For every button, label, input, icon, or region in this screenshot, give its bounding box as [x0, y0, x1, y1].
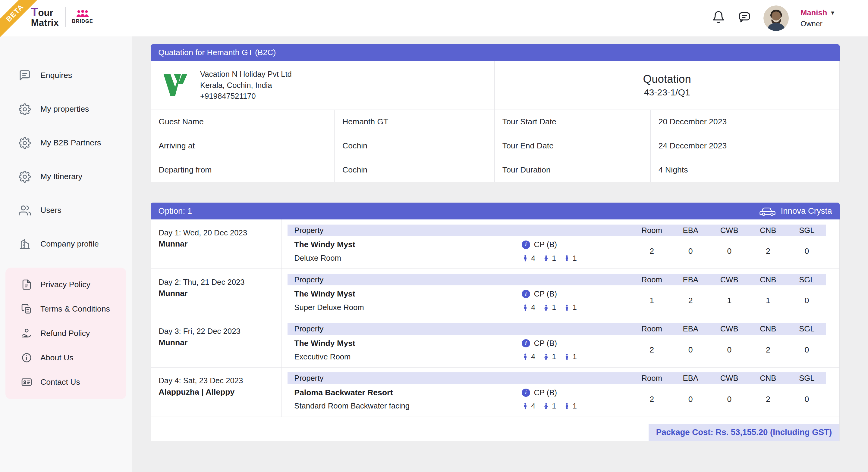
col-room: Room: [632, 226, 671, 235]
sidebar-item-company-profile[interactable]: Company profile: [0, 227, 132, 261]
info-circle-icon: [21, 352, 32, 363]
sidebar-item-my-b2b-partners[interactable]: My B2B Partners: [0, 126, 132, 160]
company-cell: Vacation N Holiday Pvt Ltd Kerala, Cochi…: [151, 61, 495, 109]
col-room: Room: [632, 325, 671, 333]
meal-info-icon[interactable]: [522, 339, 530, 348]
users-icon: [19, 204, 31, 216]
sidebar-item-label: Privacy Policy: [40, 280, 90, 289]
day-table-body: Paloma Backwater Resort CP (B) Standard …: [287, 384, 826, 411]
day-info: Day 3: Fri, 22 Dec 2023 Munnar: [151, 318, 281, 367]
sidebar-item-label: Users: [40, 206, 61, 215]
occupancy: 4 1 1: [522, 303, 632, 311]
room-type: Deluxe Room: [294, 254, 522, 263]
room-value: 1: [632, 296, 671, 305]
sgl-value: 0: [787, 296, 827, 305]
document-pen-icon: [21, 279, 32, 290]
info-value: Cochin: [335, 134, 495, 158]
sidebar-legal-section: Privacy Policy Terms & Conditions Refund…: [5, 268, 126, 399]
car-icon: [759, 206, 776, 217]
col-cwb: CWB: [710, 374, 749, 382]
col-eba: EBA: [671, 226, 710, 235]
chevron-down-icon: ▼: [830, 10, 835, 16]
sidebar-item-label: Company profile: [40, 239, 99, 249]
bridge-label: BRIDGE: [72, 19, 93, 24]
brand-matrix: Matrix: [31, 18, 59, 28]
top-bar: Manish ▼ Owner: [0, 0, 868, 36]
sidebar-item-terms-conditions[interactable]: Terms & Conditions: [5, 297, 126, 321]
day-table-header: Property Room EBA CWB CNB SGL: [287, 323, 826, 335]
infant-icon: [563, 303, 570, 312]
day-date: Day 1: Wed, 20 Dec 2023: [158, 229, 276, 237]
day-table: Property Room EBA CWB CNB SGL The: [281, 318, 839, 367]
meal-info-icon[interactable]: [522, 389, 530, 397]
user-avatar[interactable]: [764, 5, 789, 31]
col-cnb: CNB: [749, 226, 787, 235]
cnb-value: 2: [749, 246, 787, 256]
day-location: Alappuzha | Alleppy: [158, 387, 276, 397]
sidebar-item-refund-policy[interactable]: Refund Policy: [5, 321, 126, 345]
day-table-body: The Windy Myst CP (B) Super Deluxe Room …: [287, 285, 826, 312]
day-row-4: Day 4: Sat, 23 Dec 2023 Alappuzha | Alle…: [151, 368, 840, 417]
sidebar-item-about-us[interactable]: About Us: [5, 345, 126, 370]
app-root: Manish ▼ Owner BETA Tour Matrix BRIDGE E…: [0, 0, 868, 472]
col-eba: EBA: [671, 275, 710, 284]
sidebar-item-users[interactable]: Users: [0, 194, 132, 227]
sidebar-item-label: About Us: [40, 353, 73, 363]
infant-icon: [563, 352, 570, 361]
messages-button[interactable]: [738, 11, 752, 26]
day-row-3: Day 3: Fri, 22 Dec 2023 Munnar Property …: [151, 318, 840, 368]
property-cell: The Windy Myst CP (B) Deluxe Room 4 1: [287, 240, 632, 263]
infant-icon: [563, 402, 570, 410]
infant-count: 1: [572, 402, 577, 410]
property-cell: The Windy Myst CP (B) Executive Room 4 1: [287, 339, 632, 361]
eba-value: 2: [671, 296, 710, 305]
col-room: Room: [632, 374, 671, 382]
col-cnb: CNB: [749, 325, 787, 333]
info-value: Hemanth GT: [335, 110, 495, 134]
quotation-banner: Quatation for Hemanth GT (B2C): [151, 44, 840, 61]
occupancy: 4 1 1: [522, 402, 632, 410]
sidebar-item-label: My Itinerary: [40, 172, 82, 181]
meal-info-icon[interactable]: [522, 290, 530, 298]
day-row-2: Day 2: Thu, 21 Dec 2023 Munnar Property …: [151, 269, 840, 318]
sidebar-item-label: Refund Policy: [40, 329, 90, 338]
info-label: Guest Name: [151, 110, 335, 134]
user-menu[interactable]: Manish ▼ Owner: [801, 8, 837, 28]
info-value: 24 December 2023: [651, 134, 839, 158]
day-location: Munnar: [158, 239, 276, 249]
col-property: Property: [287, 226, 632, 235]
col-sgl: SGL: [787, 275, 827, 284]
room-value: 2: [632, 345, 671, 355]
adult-count: 4: [531, 352, 535, 361]
sidebar-item-label: Contact Us: [40, 377, 80, 387]
company-logo: [161, 71, 189, 99]
sidebar-item-privacy-policy[interactable]: Privacy Policy: [5, 272, 126, 297]
day-table-header: Property Room EBA CWB CNB SGL: [287, 372, 826, 384]
notifications-button[interactable]: [711, 11, 726, 26]
company-name: Vacation N Holiday Pvt Ltd: [200, 69, 292, 80]
sgl-value: 0: [787, 395, 827, 404]
meal-info-icon[interactable]: [522, 240, 530, 249]
brand-tour: Tour: [31, 6, 59, 18]
sidebar-item-my-itinerary[interactable]: My Itinerary: [0, 160, 132, 194]
day-info: Day 1: Wed, 20 Dec 2023 Munnar: [151, 220, 281, 269]
eba-value: 0: [671, 345, 710, 355]
sidebar-item-my-properties[interactable]: My properties: [0, 92, 132, 126]
hand-money-icon: [21, 328, 32, 339]
info-label: Tour Start Date: [495, 110, 651, 134]
day-location: Munnar: [158, 289, 276, 298]
brand-logo[interactable]: Tour Matrix BRIDGE: [31, 6, 93, 27]
bell-icon: [712, 10, 725, 26]
col-sgl: SGL: [787, 226, 827, 235]
infant-count: 1: [572, 303, 577, 311]
child-icon: [542, 303, 550, 312]
quote-number-cell: Quotation 43-23-1/Q1: [495, 61, 839, 109]
sidebar-item-enquires[interactable]: Enquires: [0, 59, 132, 92]
brand-divider: [65, 7, 66, 27]
sidebar-nav: Enquires My properties My B2B Partners M…: [0, 36, 132, 261]
sidebar-item-contact-us[interactable]: Contact Us: [5, 370, 126, 394]
sidebar: Enquires My properties My B2B Partners M…: [0, 36, 132, 472]
user-role: Owner: [801, 20, 837, 28]
vehicle-badge: Innova Crysta: [759, 206, 832, 217]
occupancy: 4 1 1: [522, 254, 632, 263]
